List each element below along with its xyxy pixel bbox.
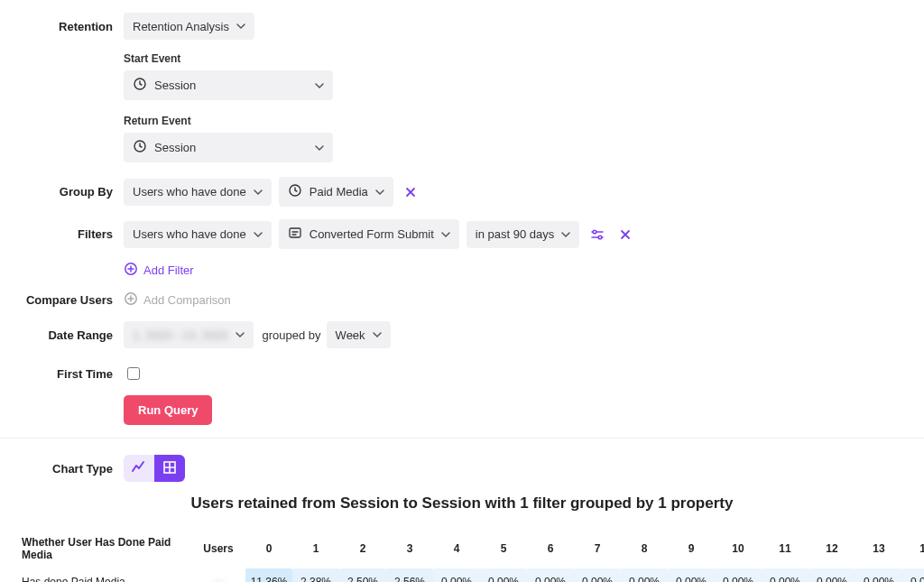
- first-time-checkbox[interactable]: [127, 367, 140, 380]
- date-range-select[interactable]: 1, 2020 - 13, 2020: [124, 321, 254, 348]
- table-header-period: 3: [386, 529, 433, 568]
- date-range-label: Date Range: [20, 328, 124, 342]
- filter-event-select[interactable]: Converted Form Submit: [279, 219, 459, 249]
- chart-type-table-button[interactable]: [154, 455, 185, 482]
- return-event-select[interactable]: Session: [124, 133, 333, 162]
- group-by-label: Group By: [20, 185, 124, 199]
- retention-cell: 0.00%: [762, 568, 808, 582]
- table-header-period: 12: [808, 529, 855, 568]
- table-header-period: 7: [574, 529, 621, 568]
- row-users: —: [191, 568, 245, 582]
- retention-analysis-value: Retention Analysis: [133, 20, 229, 33]
- clock-icon: [288, 183, 302, 200]
- retention-cell: 0.00%: [621, 568, 668, 582]
- run-query-button[interactable]: Run Query: [124, 395, 212, 425]
- start-event-label: Start Event: [124, 52, 904, 65]
- retention-analysis-select[interactable]: Retention Analysis: [124, 13, 254, 40]
- table-header-period: 0: [245, 529, 292, 568]
- clock-icon: [133, 139, 147, 156]
- chart-type-toggle: [124, 455, 185, 482]
- table-header-period: 2: [339, 529, 386, 568]
- retention-cell: 2.56%: [386, 568, 433, 582]
- remove-filter-icon[interactable]: [615, 225, 635, 245]
- table-header-period: 1: [292, 529, 339, 568]
- add-comparison-link[interactable]: Add Comparison: [124, 291, 231, 309]
- chevron-down-icon: [441, 230, 450, 239]
- retention-cell: 0.00%: [574, 568, 621, 582]
- retention-cell: 0.00%: [668, 568, 715, 582]
- table-header-period: 5: [480, 529, 527, 568]
- retention-label: Retention: [20, 20, 124, 33]
- granularity-select[interactable]: Week: [327, 321, 391, 348]
- plus-circle-icon: [124, 262, 138, 279]
- chevron-down-icon: [373, 330, 382, 339]
- table-header-period: 11: [762, 529, 808, 568]
- return-event-label: Return Event: [124, 115, 904, 127]
- add-filter-link[interactable]: Add Filter: [124, 262, 194, 279]
- remove-group-by-icon[interactable]: [401, 182, 420, 202]
- chevron-down-icon: [236, 22, 245, 31]
- filters-label: Filters: [20, 227, 124, 241]
- filter-timeframe-select[interactable]: in past 90 days: [467, 221, 579, 248]
- chevron-down-icon: [561, 230, 570, 239]
- table-row: Has done Paid Media—11.36%2.38%2.50%2.56…: [20, 568, 924, 582]
- group-by-condition-value: Users who have done: [133, 185, 246, 199]
- filter-event-value: Converted Form Submit: [310, 227, 434, 241]
- svg-rect-3: [290, 228, 300, 237]
- table-header-period: 6: [527, 529, 574, 568]
- svg-point-4: [593, 230, 596, 234]
- retention-cell: 0.00%: [902, 568, 924, 582]
- row-label: Has done Paid Media: [20, 568, 191, 582]
- clock-icon: [133, 77, 147, 94]
- plus-circle-icon: [124, 291, 138, 309]
- start-event-value: Session: [154, 79, 308, 92]
- start-event-select[interactable]: Session: [124, 70, 333, 100]
- retention-table: Whether User Has Done Paid MediaUsers012…: [20, 529, 924, 582]
- group-by-condition-select[interactable]: Users who have done: [124, 179, 272, 206]
- chevron-down-icon: [236, 330, 245, 339]
- chart-title: Users retained from Session to Session w…: [20, 494, 904, 513]
- divider: [0, 438, 924, 439]
- return-event-value: Session: [154, 141, 308, 154]
- retention-cell: 2.50%: [339, 568, 386, 582]
- grid-icon: [162, 460, 177, 477]
- filter-settings-icon[interactable]: [587, 224, 608, 245]
- first-time-label: First Time: [20, 367, 124, 381]
- chevron-down-icon: [254, 188, 263, 197]
- chevron-down-icon: [315, 143, 324, 152]
- retention-cell: 0.00%: [855, 568, 902, 582]
- table-header-group: Whether User Has Done Paid Media: [20, 529, 191, 568]
- filter-condition-value: Users who have done: [133, 227, 246, 241]
- granularity-value: Week: [336, 328, 365, 342]
- table-header-period: 13: [855, 529, 902, 568]
- retention-cell: 2.38%: [292, 568, 339, 582]
- table-header-period: 8: [621, 529, 668, 568]
- compare-users-label: Compare Users: [20, 293, 124, 307]
- table-header-period: 10: [715, 529, 762, 568]
- table-header-period: 14: [902, 529, 924, 568]
- filter-condition-select[interactable]: Users who have done: [124, 221, 272, 248]
- retention-cell: 0.00%: [808, 568, 855, 582]
- chart-type-line-button[interactable]: [124, 455, 154, 482]
- retention-cell: 0.00%: [433, 568, 480, 582]
- retention-cell: 11.36%: [245, 568, 292, 582]
- group-by-event-value: Paid Media: [310, 185, 368, 199]
- retention-cell: 0.00%: [527, 568, 574, 582]
- add-comparison-label: Add Comparison: [143, 293, 231, 307]
- svg-point-5: [598, 236, 602, 239]
- add-filter-label: Add Filter: [143, 263, 194, 277]
- table-header-users: Users: [191, 529, 245, 568]
- line-chart-icon: [131, 459, 147, 478]
- chevron-down-icon: [315, 81, 324, 90]
- chart-type-label: Chart Type: [20, 462, 124, 476]
- grouped-by-label: grouped by: [263, 328, 321, 342]
- table-header-period: 4: [433, 529, 480, 568]
- date-range-value: 1, 2020 - 13, 2020: [133, 328, 228, 342]
- group-by-event-select[interactable]: Paid Media: [279, 177, 393, 207]
- filter-timeframe-value: in past 90 days: [476, 227, 554, 241]
- retention-cell: 0.00%: [715, 568, 762, 582]
- retention-cell: 0.00%: [480, 568, 527, 582]
- chevron-down-icon: [375, 188, 384, 197]
- table-header-period: 9: [668, 529, 715, 568]
- form-icon: [288, 226, 302, 243]
